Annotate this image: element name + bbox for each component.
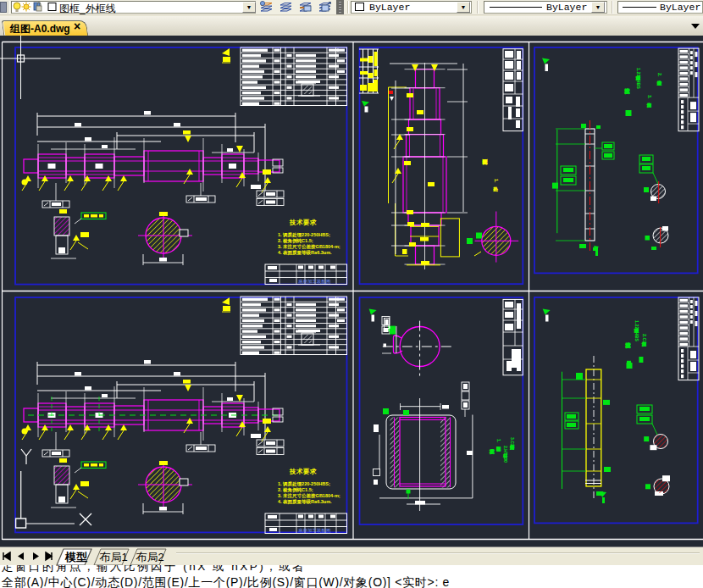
svg-text:技术要求: 技术要求 (289, 468, 317, 475)
svg-text:3.未注倒角均为C2: 3.未注倒角均为C2 (509, 437, 515, 451)
svg-text:2. 棱角倒钝C1.5;: 2. 棱角倒钝C1.5; (278, 238, 313, 244)
svg-text:1.调质处理230HBS: 1.调质处理230HBS (635, 68, 641, 89)
svg-text:技术要求: 技术要求 (490, 448, 495, 455)
svg-text:1.调质处理220HBS: 1.调质处理220HBS (634, 320, 639, 341)
svg-text:2. 棱角倒钝C1.5;: 2. 棱角倒钝C1.5; (278, 487, 313, 493)
svg-text:3.未注倒角: 3.未注倒角 (646, 95, 652, 108)
svg-text:1.热处: 1.热处 (492, 179, 498, 192)
svg-text:2.材料HT200: 2.材料HT200 (502, 446, 508, 463)
svg-text:2.未注倒角C2: 2.未注倒角C2 (641, 334, 647, 347)
svg-text:技术要求: 技术要求 (625, 342, 632, 349)
svg-text:底座加工装配图: 底座加工装配图 (298, 279, 331, 285)
svg-text:1.配合面粗糙度: 1.配合面粗糙度 (495, 439, 501, 452)
svg-text:技术要求: 技术要求 (289, 219, 317, 226)
svg-text:配合面要求: 配合面要求 (482, 158, 489, 165)
svg-text:3. 未注尺寸公差按GB1804-m;: 3. 未注尺寸公差按GB1804-m; (278, 493, 340, 499)
svg-text:底座加工装配图: 底座加工装配图 (298, 528, 331, 534)
svg-text:4. 表面质量等级Ra6.3um.: 4. 表面质量等级Ra6.3um. (278, 250, 332, 256)
svg-text:4. 表面质量等级Ra6.3um.: 4. 表面质量等级Ra6.3um. (278, 499, 332, 505)
svg-text:3. 未注尺寸公差按GB1804-m;: 3. 未注尺寸公差按GB1804-m; (278, 244, 340, 250)
svg-text:1. 调质处理220-250HBS;: 1. 调质处理220-250HBS; (278, 232, 330, 238)
svg-text:技术要求: 技术要求 (624, 88, 631, 95)
svg-text:1. 调质处理220-250HBS;: 1. 调质处理220-250HBS; (278, 481, 330, 487)
svg-text:2.未注尺寸公差按: 2.未注尺寸公差按 (656, 73, 662, 86)
